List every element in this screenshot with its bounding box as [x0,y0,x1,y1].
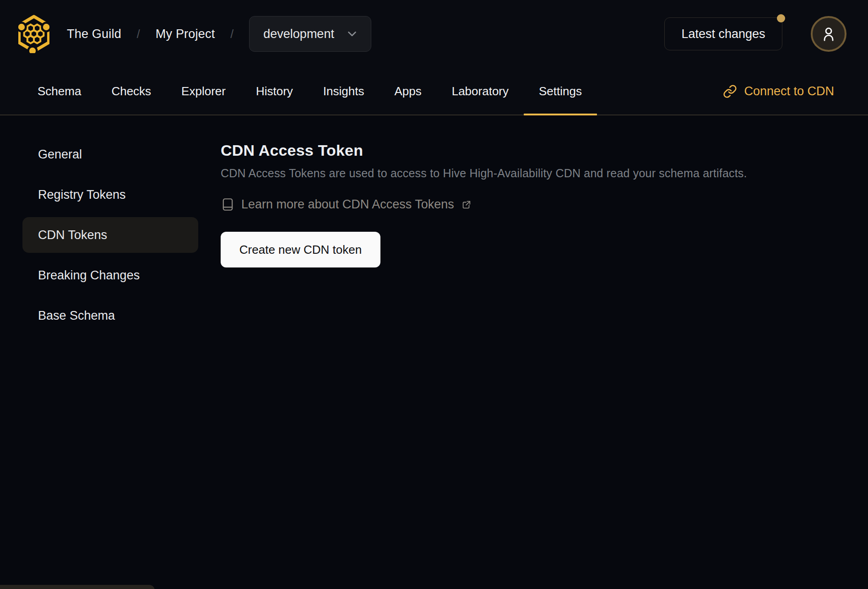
bottom-dock-partial[interactable] [0,585,155,589]
settings-sidebar: General Registry Tokens CDN Tokens Break… [22,115,198,338]
page-description: CDN Access Tokens are used to access to … [221,167,747,180]
tab-history[interactable]: History [241,68,308,115]
latest-changes-button[interactable]: Latest changes [664,17,782,50]
target-select-value: development [263,27,334,41]
sidebar-item-registry-tokens[interactable]: Registry Tokens [22,177,198,213]
header-right: Latest changes [664,16,846,52]
user-icon [819,25,838,43]
sidebar-item-general[interactable]: General [22,136,198,172]
connect-to-cdn-link[interactable]: Connect to CDN [723,68,834,115]
latest-changes-label: Latest changes [681,27,765,41]
breadcrumb: The Guild / My Project / development [67,16,371,52]
external-link-icon [461,200,472,210]
chevron-down-icon [345,27,359,41]
tab-schema[interactable]: Schema [22,68,96,115]
tab-bar: Schema Checks Explorer History Insights … [0,68,868,115]
header: The Guild / My Project / development Lat… [0,0,868,68]
tab-settings[interactable]: Settings [524,68,597,115]
sidebar-item-cdn-tokens[interactable]: CDN Tokens [22,217,198,253]
link-icon [723,84,737,98]
hive-logo[interactable] [18,15,49,53]
sidebar-item-breaking-changes[interactable]: Breaking Changes [22,257,198,293]
breadcrumb-project[interactable]: My Project [156,27,215,41]
notification-dot [777,14,785,22]
breadcrumb-separator: / [137,27,140,41]
learn-more-link[interactable]: Learn more about CDN Access Tokens [221,197,747,212]
create-cdn-token-button[interactable]: Create new CDN token [221,232,380,267]
tab-insights[interactable]: Insights [308,68,380,115]
breadcrumb-separator: / [230,27,233,41]
tab-apps[interactable]: Apps [379,68,436,115]
user-menu-button[interactable] [811,16,846,52]
page-title: CDN Access Token [221,142,747,159]
connect-to-cdn-label: Connect to CDN [744,84,834,98]
breadcrumb-org[interactable]: The Guild [67,27,121,41]
tab-explorer[interactable]: Explorer [166,68,241,115]
book-icon [221,197,235,212]
main-content: CDN Access Token CDN Access Tokens are u… [198,115,747,267]
sidebar-item-base-schema[interactable]: Base Schema [22,298,198,333]
tab-checks[interactable]: Checks [96,68,166,115]
top-chrome: The Guild / My Project / development Lat… [0,0,868,115]
learn-more-label: Learn more about CDN Access Tokens [241,197,454,212]
page-body: General Registry Tokens CDN Tokens Break… [0,115,868,338]
tab-laboratory[interactable]: Laboratory [437,68,524,115]
target-select[interactable]: development [249,16,371,52]
